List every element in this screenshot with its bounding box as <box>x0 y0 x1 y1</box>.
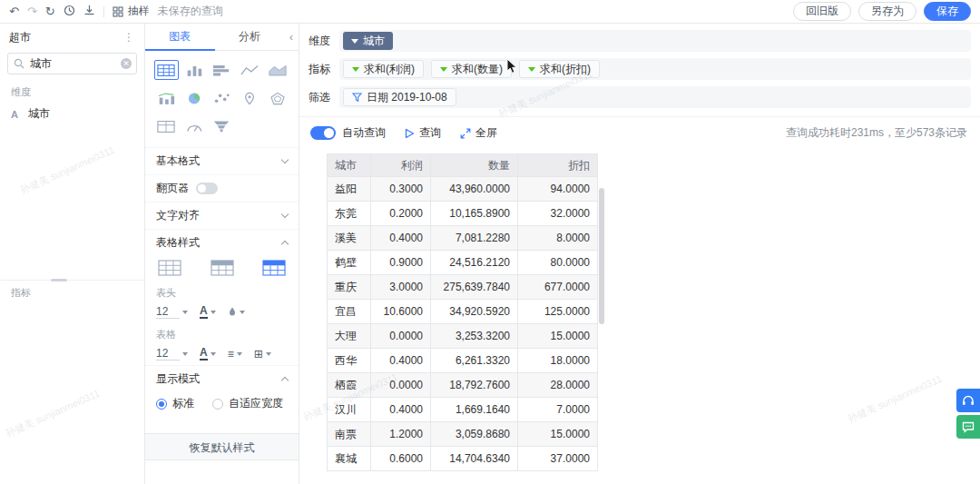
chevron-down-icon <box>281 211 289 218</box>
scatter-chart-icon[interactable] <box>210 88 234 108</box>
line-chart-icon[interactable] <box>238 60 262 80</box>
query-status-text: 查询成功耗时231ms，至少573条记录 <box>786 125 967 141</box>
chevron-up-icon <box>281 377 289 384</box>
map-chart-icon[interactable] <box>238 88 262 108</box>
value-cell: 275,639.7840 <box>431 275 518 300</box>
dataset-menu-icon[interactable]: ⋮ <box>123 31 135 44</box>
export-icon[interactable] <box>83 5 95 18</box>
pill-caret-icon <box>440 67 447 72</box>
dimension-pill-city[interactable]: 城市 <box>343 32 393 50</box>
gauge-chart-icon[interactable] <box>182 116 207 136</box>
city-cell: 汉川 <box>328 398 371 422</box>
value-cell: 3,253.3200 <box>431 324 518 349</box>
pager-toggle[interactable] <box>196 183 218 194</box>
table-row: 鹤壁0.900024,516.212080.0000 <box>328 251 598 275</box>
value-cell: 28.0000 <box>518 373 598 398</box>
table-style-presets <box>145 256 299 282</box>
dimension-row-label: 维度 <box>309 34 332 49</box>
pill-caret-icon <box>528 67 535 72</box>
funnel-chart-icon[interactable] <box>210 116 234 136</box>
customer-service-icon[interactable] <box>956 389 980 412</box>
column-header-quantity: 数量 <box>431 154 518 177</box>
save-button[interactable]: 保存 <box>924 2 971 21</box>
table-row: 大理0.00003,253.320015.0000 <box>328 324 598 349</box>
save-as-button[interactable]: 另存为 <box>858 2 916 21</box>
table-style-plain-icon[interactable] <box>158 260 181 276</box>
value-cell: 10.6000 <box>371 300 431 324</box>
radio-standard-mode[interactable] <box>156 399 167 410</box>
sampling-button[interactable]: 抽样 <box>113 4 150 19</box>
dimension-dropzone[interactable]: 城市 <box>339 30 971 52</box>
body-font-color-picker[interactable]: A <box>200 347 216 361</box>
city-cell: 栖霞 <box>328 373 371 398</box>
measure-pill-quantity[interactable]: 求和(数量) <box>431 60 512 78</box>
result-table-body: 益阳0.300043,960.000094.0000东莞0.200010,165… <box>328 177 598 471</box>
section-table-style[interactable]: 表格样式 <box>145 229 299 256</box>
toolbar-divider <box>103 6 104 17</box>
canvas-area: 维度 城市 指标 求和(利润) 求和(数量 <box>299 24 980 484</box>
tab-analysis[interactable]: 分析 <box>215 24 285 51</box>
cross-table-icon[interactable] <box>154 116 179 136</box>
history-icon[interactable] <box>64 5 75 18</box>
table-chart-icon[interactable] <box>154 60 179 80</box>
reset-style-button[interactable]: 恢复默认样式 <box>145 433 299 460</box>
radio-adaptive-mode[interactable] <box>212 399 223 410</box>
section-pager[interactable]: 翻页器 <box>145 174 299 202</box>
city-cell: 鹤壁 <box>328 251 371 275</box>
city-cell: 西华 <box>328 349 371 373</box>
query-button[interactable]: 查询 <box>405 125 441 141</box>
field-label: 城市 <box>28 106 50 122</box>
collapse-panel-icon[interactable]: ‹ <box>284 30 299 44</box>
border-style-select[interactable]: ⊞ <box>254 348 271 361</box>
message-icon[interactable] <box>956 415 980 439</box>
measure-pill-discount[interactable]: 求和(折扣) <box>519 60 600 78</box>
filter-pill-date[interactable]: 日期 2019-10-08 <box>343 88 456 106</box>
table-style-blue-icon[interactable] <box>262 260 286 276</box>
value-cell: 0.0000 <box>371 373 431 398</box>
text-field-icon: A <box>11 109 22 120</box>
search-icon <box>14 58 24 72</box>
measure-dropzone[interactable]: 求和(利润) 求和(数量) 求和(折扣) <box>339 58 971 80</box>
value-cell: 0.4000 <box>371 226 431 251</box>
old-version-button[interactable]: 回旧版 <box>793 2 851 21</box>
column-chart-icon[interactable] <box>182 60 207 80</box>
pie-chart-icon[interactable] <box>182 88 207 108</box>
value-cell: 94.0000 <box>518 177 598 202</box>
column-header-profit: 利润 <box>371 154 431 177</box>
radar-chart-icon[interactable] <box>265 88 289 108</box>
reset-icon[interactable]: ↻ <box>45 5 55 17</box>
header-fill-color-picker[interactable] <box>228 307 245 317</box>
line-style-select[interactable]: ≡ <box>228 348 242 361</box>
sidebar-splitter[interactable] <box>0 280 144 281</box>
undo-icon[interactable]: ↶ <box>9 5 19 17</box>
table-row: 东莞0.200010,165.890032.0000 <box>328 202 598 226</box>
value-cell: 1,669.1640 <box>431 398 518 422</box>
field-search-input[interactable] <box>7 53 137 74</box>
auto-query-toggle[interactable] <box>310 126 336 140</box>
table-row: 溪美0.40007,081.22808.0000 <box>328 226 598 251</box>
body-font-size-select[interactable]: 12 <box>156 347 188 361</box>
filter-dropzone[interactable]: 日期 2019-10-08 <box>339 86 971 108</box>
bar-chart-icon[interactable] <box>210 60 234 80</box>
header-font-size-select[interactable]: 12 <box>156 305 188 319</box>
redo-icon[interactable]: ↷ <box>27 5 37 17</box>
table-scrollbar[interactable] <box>599 188 604 324</box>
fullscreen-button[interactable]: 全屏 <box>460 125 497 141</box>
section-display-mode[interactable]: 显示模式 <box>145 365 299 392</box>
value-cell: 34,920.5920 <box>431 300 518 324</box>
table-row: 栖霞0.000018,792.760028.0000 <box>328 373 598 398</box>
value-cell: 37.0000 <box>518 447 598 471</box>
section-text-align[interactable]: 文字对齐 <box>145 202 299 229</box>
tab-chart[interactable]: 图表 <box>145 24 215 51</box>
table-style-header-icon[interactable] <box>211 260 234 276</box>
value-cell: 1.2000 <box>371 422 431 447</box>
header-style-label: 表头 <box>145 282 299 302</box>
combo-chart-icon[interactable] <box>154 88 179 108</box>
clear-search-icon[interactable]: ✕ <box>121 58 132 69</box>
measure-pill-profit[interactable]: 求和(利润) <box>343 60 424 78</box>
field-item-city[interactable]: A 城市 <box>0 103 144 125</box>
value-cell: 125.0000 <box>518 300 598 324</box>
section-basic-format[interactable]: 基本格式 <box>145 147 299 174</box>
area-chart-icon[interactable] <box>265 60 289 80</box>
header-font-color-picker[interactable]: A <box>200 305 216 319</box>
